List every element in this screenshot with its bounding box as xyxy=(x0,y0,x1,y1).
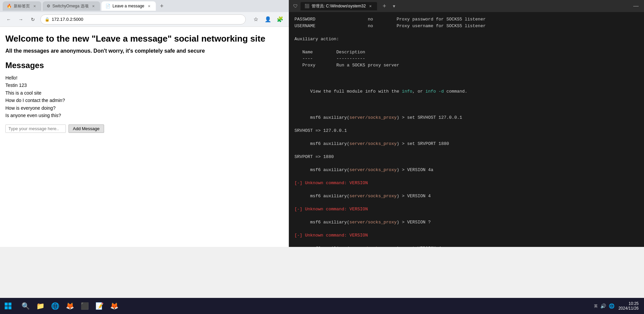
address-text: 172.17.0.2:5000 xyxy=(52,17,241,22)
terminal-titlebar: 🛡 ⬛ 管理员: C:\Windows\system32 ✕ + ▾ — xyxy=(289,0,644,12)
terminal-tab[interactable]: ⬛ 管理员: C:\Windows\system32 ✕ xyxy=(301,2,377,10)
terminal-cmd-icon: ⬛ xyxy=(305,4,310,8)
back-button[interactable]: ← xyxy=(4,15,13,24)
list-item: Is anyone even using this? xyxy=(5,112,283,119)
toolbar-right-icons: ☆ 👤 🧩 xyxy=(248,15,285,24)
tab-switchy[interactable]: ⚙ SwitchyOmega 选项 ✕ xyxy=(43,1,100,11)
message-list: Hello! Testin 123 This is a cool site Ho… xyxy=(5,74,283,119)
address-bar[interactable]: 🔒 172.17.0.2:5000 xyxy=(40,14,246,24)
browser-window: 🔥 新标签页 ✕ ⚙ SwitchyOmega 选项 ✕ 📄 Leave a m… xyxy=(0,0,289,247)
site-title: Welcome to the new "Leave a message" soc… xyxy=(5,34,283,44)
tab-new[interactable]: 🔥 新标签页 ✕ xyxy=(3,1,41,11)
terminal-command-line: msf6 auxiliary(server/socks_proxy) > set… xyxy=(294,239,639,247)
terminal-content[interactable]: PASSWORD no Proxy password for SOCKS5 li… xyxy=(289,12,644,247)
terminal-command-line: msf6 auxiliary(server/socks_proxy) > set… xyxy=(294,108,639,127)
terminal-window: 🛡 ⬛ 管理员: C:\Windows\system32 ✕ + ▾ — PAS… xyxy=(289,0,644,247)
list-item: Hello! xyxy=(5,74,283,82)
terminal-shield-icon: 🛡 xyxy=(293,3,298,9)
message-form: Add Message xyxy=(5,124,283,133)
terminal-error-line: [-] Unknown command: VERSION xyxy=(294,232,639,239)
win-logo-bl xyxy=(5,306,8,309)
firefox2-taskbar-icon[interactable]: 🦊 xyxy=(107,299,121,313)
tab-switchy-label: SwitchyOmega 选项 xyxy=(52,3,89,9)
win-logo-tl xyxy=(5,303,8,306)
messages-heading: Messages xyxy=(5,61,283,70)
terminal-line xyxy=(294,29,639,36)
terminal-line xyxy=(294,75,639,82)
list-item: How do I contact the admin? xyxy=(5,97,283,104)
tab-leave-close[interactable]: ✕ xyxy=(146,3,152,9)
terminal-line: Name Description xyxy=(294,49,639,56)
forward-button[interactable]: → xyxy=(16,15,26,24)
start-button[interactable] xyxy=(0,298,16,314)
win-logo-tr xyxy=(8,303,11,306)
firefox-taskbar-icon[interactable]: 🦊 xyxy=(63,299,77,313)
tab-switchy-close[interactable]: ✕ xyxy=(91,3,96,9)
terminal-line: PASSWORD no Proxy password for SOCKS5 li… xyxy=(294,16,639,23)
terminal-line: SRVHOST => 127.0.0.1 xyxy=(294,127,639,134)
taskbar-time-display: 10:25 xyxy=(618,301,639,306)
terminal-line xyxy=(294,101,639,108)
taskbar-right: 英 🔊 🌐 10:25 2024/11/26 xyxy=(594,301,644,311)
taskbar: 🔍 📁 🌐 🦊 ⬛ 📝 🦊 英 🔊 🌐 10:25 2024/11/26 xyxy=(0,298,644,314)
reload-button[interactable]: ↻ xyxy=(28,15,38,24)
terminal-info-line: View the full module info with the info,… xyxy=(294,82,639,101)
terminal-tab-close[interactable]: ✕ xyxy=(368,3,373,9)
terminal-command-line: msf6 auxiliary(server/socks_proxy) > set… xyxy=(294,134,639,154)
terminal-taskbar-icon[interactable]: ⬛ xyxy=(78,299,91,313)
extensions-icon[interactable]: 🧩 xyxy=(275,15,285,24)
add-message-button[interactable]: Add Message xyxy=(68,124,104,133)
taskbar-lang-icon: 英 xyxy=(594,304,598,309)
tab-leave-icon: 📄 xyxy=(105,4,110,8)
list-item: How is everyone doing? xyxy=(5,104,283,112)
tab-new-close[interactable]: ✕ xyxy=(32,3,37,9)
terminal-line xyxy=(294,42,639,49)
tab-new-icon: 🔥 xyxy=(7,4,12,8)
browser-toolbar: ← → ↻ 🔒 172.17.0.2:5000 ☆ 👤 🧩 xyxy=(0,12,289,27)
terminal-close-button[interactable]: — xyxy=(632,2,640,10)
notepad-taskbar-icon[interactable]: 📝 xyxy=(93,299,106,313)
terminal-command-line: msf6 auxiliary(server/socks_proxy) > VER… xyxy=(294,160,639,180)
terminal-line: Proxy Run a SOCKS proxy server xyxy=(294,62,639,69)
terminal-error-line: [-] Unknown command: VERSION xyxy=(294,180,639,187)
tab-leave-message[interactable]: 📄 Leave a message ✕ xyxy=(101,1,156,11)
win-logo-br xyxy=(8,306,11,309)
terminal-line xyxy=(294,68,639,75)
search-taskbar-icon[interactable]: 🔍 xyxy=(19,299,32,313)
terminal-line: ---- ----------- xyxy=(294,55,639,62)
terminal-tab-dropdown[interactable]: ▾ xyxy=(393,3,395,9)
terminal-new-tab-button[interactable]: + xyxy=(380,3,389,10)
chrome-taskbar-icon[interactable]: 🌐 xyxy=(48,299,62,313)
profile-icon[interactable]: 👤 xyxy=(263,15,273,24)
tab-new-label: 新标签页 xyxy=(14,3,30,9)
taskbar-network-icon[interactable]: 🌐 xyxy=(609,303,614,309)
terminal-line: Auxiliary action: xyxy=(294,36,639,43)
taskbar-sys-icons: 英 🔊 🌐 xyxy=(594,303,614,309)
security-icon: 🔒 xyxy=(45,17,50,22)
list-item: This is a cool site xyxy=(5,89,283,97)
explorer-taskbar-icon[interactable]: 📁 xyxy=(34,299,47,313)
taskbar-icons: 🔍 📁 🌐 🦊 ⬛ 📝 🦊 xyxy=(16,299,124,313)
taskbar-date-display: 2024/11/26 xyxy=(618,306,639,311)
terminal-tab-label: 管理员: C:\Windows\system32 xyxy=(312,3,366,9)
browser-content: Welcome to the new "Leave a message" soc… xyxy=(0,27,289,247)
taskbar-clock[interactable]: 10:25 2024/11/26 xyxy=(618,301,639,311)
tab-switchy-icon: ⚙ xyxy=(47,4,50,8)
message-input[interactable] xyxy=(5,124,66,133)
terminal-line: SRVPORT => 1880 xyxy=(294,154,639,160)
terminal-line: USERNAME no Proxy username for SOCKS5 li… xyxy=(294,23,639,30)
list-item: Testin 123 xyxy=(5,82,283,89)
taskbar-volume-icon[interactable]: 🔊 xyxy=(600,303,606,309)
terminal-error-line: [-] Unknown command: VERSION xyxy=(294,206,639,213)
bookmark-icon[interactable]: ☆ xyxy=(251,15,261,24)
new-tab-button[interactable]: + xyxy=(157,1,167,11)
windows-logo xyxy=(5,303,11,309)
terminal-command-line: msf6 auxiliary(server/socks_proxy) > VER… xyxy=(294,212,639,232)
tab-leave-label: Leave a message xyxy=(112,4,144,8)
site-subtitle: All the messages are anonymous. Don't wo… xyxy=(5,48,283,54)
browser-titlebar: 🔥 新标签页 ✕ ⚙ SwitchyOmega 选项 ✕ 📄 Leave a m… xyxy=(0,0,289,12)
terminal-command-line: msf6 auxiliary(server/socks_proxy) > VER… xyxy=(294,186,639,206)
